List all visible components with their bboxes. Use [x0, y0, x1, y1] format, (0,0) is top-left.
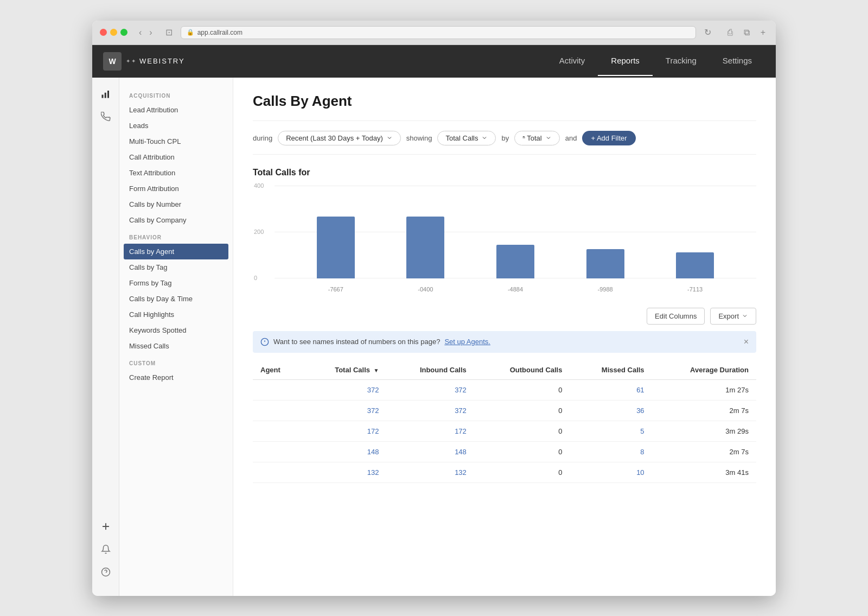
- cell-missed-0[interactable]: 61: [570, 379, 652, 400]
- back-button[interactable]: ‹: [136, 27, 144, 39]
- add-icon[interactable]: [97, 518, 114, 535]
- export-button[interactable]: Export: [710, 308, 756, 325]
- cell-outbound-0: 0: [474, 379, 570, 400]
- cell-agent-0: [253, 379, 303, 400]
- top-nav: W ✦✦ WEBISTRY Activity Reports Tracking …: [92, 45, 776, 78]
- during-dropdown[interactable]: Recent (Last 30 Days + Today): [278, 131, 401, 145]
- cell-inbound-2[interactable]: 172: [387, 421, 474, 441]
- address-bar[interactable]: 🔒 app.callrail.com: [181, 26, 696, 39]
- svg-rect-2: [107, 91, 109, 98]
- chart-title: Total Calls for: [253, 168, 756, 177]
- section-acquisition-title: ACQUISITION: [119, 86, 233, 102]
- sidebar-toggle-button[interactable]: ⊡: [163, 26, 175, 39]
- new-tab-button[interactable]: ⧉: [741, 27, 752, 39]
- edit-columns-button[interactable]: Edit Columns: [647, 308, 705, 325]
- add-tab-button[interactable]: +: [758, 27, 768, 39]
- table-row: 172 172 0 5 3m 29s: [253, 421, 756, 441]
- rail-bottom: [97, 518, 114, 588]
- chart-container: 400 200 0: [253, 186, 756, 295]
- x-label-0: -7667: [328, 286, 343, 293]
- bar-1: [406, 217, 444, 278]
- nav-activity[interactable]: Activity: [546, 46, 598, 76]
- sidebar-item-call-highlights[interactable]: Call Highlights: [119, 307, 233, 322]
- during-label: during: [253, 134, 272, 142]
- chevron-down-icon: [386, 135, 393, 141]
- sidebar-item-keywords-spotted[interactable]: Keywords Spotted: [119, 322, 233, 338]
- cell-missed-3[interactable]: 8: [570, 441, 652, 462]
- cell-agent-3: [253, 441, 303, 462]
- col-inbound: Inbound Calls: [387, 360, 474, 380]
- sidebar-item-text-attribution[interactable]: Text Attribution: [119, 165, 233, 181]
- bar-0: [317, 217, 355, 278]
- logo-icon: ✦✦: [126, 58, 137, 64]
- analytics-icon[interactable]: [97, 85, 114, 103]
- sidebar-item-lead-attribution[interactable]: Lead Attribution: [119, 102, 233, 118]
- chart-section: Total Calls for 400 200 0: [253, 168, 756, 295]
- sidebar-item-calls-by-number[interactable]: Calls by Number: [119, 196, 233, 212]
- nav-reports[interactable]: Reports: [598, 46, 653, 76]
- phone-icon[interactable]: [97, 108, 114, 125]
- sidebar-item-calls-by-day-time[interactable]: Calls by Day & Time: [119, 291, 233, 307]
- cell-inbound-3[interactable]: 148: [387, 441, 474, 462]
- cell-agent-1: [253, 400, 303, 421]
- cell-total-3[interactable]: 148: [303, 441, 387, 462]
- and-label: and: [565, 134, 577, 142]
- by-dropdown[interactable]: ⁿ Total: [514, 131, 560, 145]
- grid-label-200: 200: [254, 228, 264, 235]
- notification-icon[interactable]: [97, 541, 114, 558]
- sidebar-item-multi-touch-cpl[interactable]: Multi-Touch CPL: [119, 134, 233, 149]
- nav-tracking[interactable]: Tracking: [653, 46, 710, 76]
- sidebar-item-calls-by-tag[interactable]: Calls by Tag: [119, 259, 233, 275]
- cell-total-1[interactable]: 372: [303, 400, 387, 421]
- sidebar-item-missed-calls[interactable]: Missed Calls: [119, 338, 233, 354]
- url-text: app.callrail.com: [197, 29, 242, 36]
- sidebar-item-calls-by-company[interactable]: Calls by Company: [119, 212, 233, 228]
- minimize-button[interactable]: [110, 29, 117, 36]
- cell-outbound-4: 0: [474, 462, 570, 482]
- svg-rect-1: [104, 92, 106, 98]
- browser-window: ‹ › ⊡ 🔒 app.callrail.com ↻ ⎙ ⧉ + W ✦✦ WE…: [92, 21, 776, 596]
- sidebar-item-create-report[interactable]: Create Report: [119, 370, 233, 385]
- app-wrapper: W ✦✦ WEBISTRY Activity Reports Tracking …: [92, 45, 776, 596]
- close-button[interactable]: [100, 29, 107, 36]
- cell-inbound-0[interactable]: 372: [387, 379, 474, 400]
- forward-button[interactable]: ›: [146, 27, 155, 39]
- add-filter-button[interactable]: + Add Filter: [582, 131, 635, 145]
- sidebar-item-form-attribution[interactable]: Form Attribution: [119, 181, 233, 196]
- sidebar-item-leads[interactable]: Leads: [119, 118, 233, 134]
- maximize-button[interactable]: [120, 29, 127, 36]
- cell-missed-4[interactable]: 10: [570, 462, 652, 482]
- share-button[interactable]: ⎙: [725, 27, 736, 39]
- col-total-calls[interactable]: Total Calls ▼: [303, 360, 387, 380]
- sidebar-item-calls-by-agent[interactable]: Calls by Agent: [124, 244, 228, 259]
- cell-total-2[interactable]: 172: [303, 421, 387, 441]
- showing-dropdown[interactable]: Total Calls: [437, 131, 496, 145]
- col-missed: Missed Calls: [570, 360, 652, 380]
- sidebar-item-call-attribution[interactable]: Call Attribution: [119, 149, 233, 165]
- sidebar-item-forms-by-tag[interactable]: Forms by Tag: [119, 275, 233, 291]
- bar-2: [496, 245, 534, 278]
- cell-inbound-1[interactable]: 372: [387, 400, 474, 421]
- cell-avgdur-4: 3m 41s: [652, 462, 756, 482]
- top-nav-links: Activity Reports Tracking Settings: [546, 46, 765, 76]
- info-banner-close-button[interactable]: ×: [744, 337, 749, 347]
- reload-button[interactable]: ↻: [701, 26, 714, 39]
- help-icon[interactable]: [97, 563, 114, 581]
- bar-item-2: [496, 245, 534, 278]
- table-row: 132 132 0 10 3m 41s: [253, 462, 756, 482]
- cell-outbound-3: 0: [474, 441, 570, 462]
- browser-actions: ⎙ ⧉ +: [723, 27, 768, 39]
- cell-inbound-4[interactable]: 132: [387, 462, 474, 482]
- cell-missed-2[interactable]: 5: [570, 421, 652, 441]
- cell-missed-1[interactable]: 36: [570, 400, 652, 421]
- cell-avgdur-3: 2m 7s: [652, 441, 756, 462]
- table-row: 148 148 0 8 2m 7s: [253, 441, 756, 462]
- cell-outbound-1: 0: [474, 400, 570, 421]
- section-behavior-title: BEHAVIOR: [119, 228, 233, 244]
- grid-label-0: 0: [254, 275, 257, 281]
- cell-agent-4: [253, 462, 303, 482]
- cell-total-4[interactable]: 132: [303, 462, 387, 482]
- nav-settings[interactable]: Settings: [710, 46, 765, 76]
- cell-total-0[interactable]: 372: [303, 379, 387, 400]
- setup-agents-link[interactable]: Set up Agents.: [444, 338, 490, 346]
